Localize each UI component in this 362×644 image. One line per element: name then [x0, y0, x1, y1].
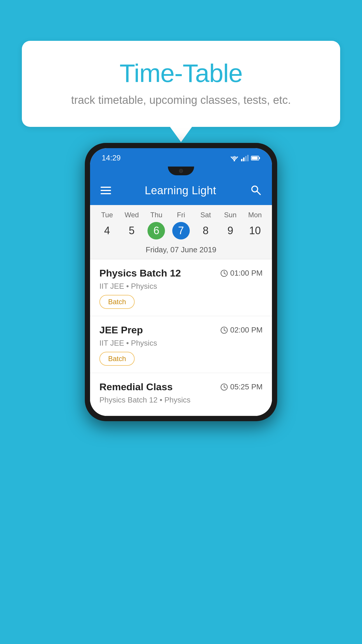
day-col-tue[interactable]: Tue4: [95, 211, 120, 239]
status-icons: [230, 155, 260, 161]
notch-area: [90, 167, 272, 178]
day-number[interactable]: 7: [172, 222, 190, 239]
clock-icon: [220, 270, 228, 277]
schedule-subtitle: IIT JEE • Physics: [99, 282, 263, 291]
day-name: Wed: [124, 211, 139, 219]
app-title: Learning Light: [145, 184, 216, 197]
phone-body: 14:29: [85, 143, 277, 421]
svg-line-12: [257, 191, 260, 195]
day-name: Thu: [150, 211, 162, 219]
svg-line-15: [224, 273, 226, 274]
schedule-title: Physics Batch 12: [99, 267, 181, 279]
schedule-item[interactable]: JEE Prep02:00 PMIIT JEE • PhysicsBatch: [90, 316, 272, 373]
selected-date-label: Friday, 07 June 2019: [90, 241, 272, 259]
day-number[interactable]: 9: [222, 222, 239, 239]
day-col-sun[interactable]: Sun9: [218, 211, 243, 239]
camera: [179, 169, 183, 173]
bubble-subtitle: track timetable, upcoming classes, tests…: [45, 94, 317, 106]
day-number[interactable]: 6: [147, 222, 165, 239]
phone-mockup: 14:29: [85, 143, 277, 421]
schedule-time: 02:00 PM: [220, 326, 263, 335]
day-col-mon[interactable]: Mon10: [242, 211, 267, 239]
svg-rect-5: [243, 158, 245, 161]
speech-bubble-section: Time-Table track timetable, upcoming cla…: [22, 41, 340, 127]
day-number[interactable]: 4: [98, 222, 116, 239]
search-button[interactable]: [250, 184, 261, 197]
day-name: Sun: [224, 211, 237, 219]
status-time: 14:29: [102, 153, 121, 162]
day-col-wed[interactable]: Wed5: [120, 211, 144, 239]
svg-line-21: [224, 387, 226, 388]
svg-line-18: [224, 330, 226, 331]
svg-rect-10: [252, 157, 258, 160]
signal-icon: [241, 155, 249, 161]
svg-rect-6: [245, 156, 247, 161]
day-col-fri[interactable]: Fri7: [169, 211, 194, 239]
batch-tag: Batch: [99, 295, 135, 309]
day-name: Mon: [248, 211, 262, 219]
calendar-strip: Tue4Wed5Thu6Fri7Sat8Sun9Mon10 Friday, 07…: [90, 205, 272, 259]
day-number[interactable]: 8: [197, 222, 215, 239]
schedule-title: JEE Prep: [99, 324, 143, 336]
day-number[interactable]: 5: [123, 222, 140, 239]
clock-icon: [220, 326, 228, 334]
status-bar: 14:29: [90, 148, 272, 167]
notch: [168, 167, 194, 175]
phone-screen: 14:29: [90, 148, 272, 416]
schedule-title: Remedial Class: [99, 381, 173, 393]
schedule-time: 01:00 PM: [220, 269, 263, 278]
day-number[interactable]: 10: [246, 222, 264, 239]
days-row: Tue4Wed5Thu6Fri7Sat8Sun9Mon10: [90, 208, 272, 241]
svg-marker-2: [233, 156, 235, 157]
app-bar: Learning Light: [90, 178, 272, 205]
day-name: Fri: [177, 211, 185, 219]
day-name: Sat: [201, 211, 211, 219]
schedule-subtitle: IIT JEE • Physics: [99, 339, 263, 348]
day-name: Tue: [101, 211, 113, 219]
battery-icon: [251, 155, 260, 161]
menu-icon[interactable]: [101, 187, 111, 194]
schedule-item[interactable]: Physics Batch 1201:00 PMIIT JEE • Physic…: [90, 259, 272, 316]
svg-rect-4: [241, 159, 242, 161]
svg-rect-9: [259, 157, 260, 159]
wifi-icon: [230, 155, 239, 161]
svg-rect-7: [247, 155, 249, 161]
schedule-list: Physics Batch 1201:00 PMIIT JEE • Physic…: [90, 259, 272, 416]
schedule-subtitle: Physics Batch 12 • Physics: [99, 396, 263, 405]
clock-icon: [220, 383, 228, 391]
schedule-item[interactable]: Remedial Class05:25 PMPhysics Batch 12 •…: [90, 373, 272, 416]
day-col-thu[interactable]: Thu6: [144, 211, 169, 239]
batch-tag: Batch: [99, 352, 135, 366]
schedule-time: 05:25 PM: [220, 382, 263, 391]
speech-bubble: Time-Table track timetable, upcoming cla…: [22, 41, 340, 127]
day-col-sat[interactable]: Sat8: [193, 211, 218, 239]
bubble-title: Time-Table: [45, 58, 317, 88]
